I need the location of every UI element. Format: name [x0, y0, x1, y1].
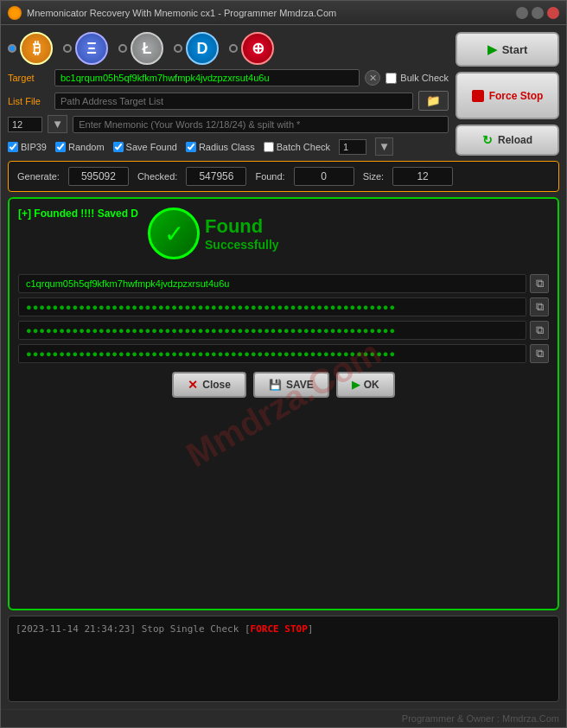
radio-btc[interactable]	[8, 44, 16, 53]
batch-number-input[interactable]	[339, 139, 366, 155]
crypto-item-eth[interactable]: Ξ	[63, 32, 108, 65]
random-label: Random	[68, 142, 105, 152]
left-controls: ₿ Ξ Ł D ⊕	[8, 32, 449, 156]
target-label: Target	[8, 73, 49, 83]
close-dialog-icon: ✕	[188, 378, 198, 392]
radius-class-label: Radius Class	[199, 142, 255, 152]
save-found-checkbox[interactable]	[113, 142, 124, 152]
stats-panel: Generate: 595092 Checked: 547956 Found: …	[8, 161, 559, 192]
crypto-item-dash[interactable]: D	[174, 32, 219, 65]
batch-check-option: Batch Check	[264, 142, 330, 152]
title-bar: Mnemonicator Recovery With Mnemonic cx1 …	[1, 1, 566, 25]
random-checkbox[interactable]	[55, 142, 66, 152]
app-icon	[8, 6, 22, 20]
batch-check-checkbox[interactable]	[264, 142, 274, 152]
found-text-block: Found Successfully	[205, 215, 279, 252]
minimize-button[interactable]: ─	[516, 7, 528, 19]
target-input[interactable]	[54, 69, 360, 86]
radius-class-option: Radius Class	[186, 142, 255, 152]
list-file-row: List File 📁	[8, 91, 449, 111]
copy-field3-button[interactable]: ⧉	[530, 321, 549, 340]
ltc-icon: Ł	[131, 32, 163, 65]
log-panel: [2023-11-14 21:34:23] Stop Single Check …	[8, 616, 559, 702]
log-entry: [2023-11-14 21:34:23] Stop Single Check …	[16, 623, 551, 635]
window-controls: ─ □ ✕	[516, 7, 559, 19]
radius-class-checkbox[interactable]	[186, 142, 196, 152]
ok-dialog-label: OK	[364, 379, 379, 391]
save-dialog-button[interactable]: 💾 SAVE	[253, 372, 329, 398]
clear-target-button[interactable]: ✕	[365, 70, 380, 86]
result-field-row-3: ●●●●●●●●●●●●●●●●●●●●●●●●●●●●●●●●●●●●●●●●…	[18, 321, 549, 340]
crypto-item-tron[interactable]: ⊕	[229, 32, 274, 65]
word-count-dropdown[interactable]: ▼	[48, 115, 67, 133]
start-button[interactable]: ▶ Start	[456, 32, 559, 67]
radio-ltc[interactable]	[118, 44, 127, 53]
batch-dropdown[interactable]: ▼	[375, 137, 393, 156]
found-sub-text: Successfully	[205, 238, 279, 252]
checkmark-icon: ✓	[148, 208, 200, 259]
log-force-stop: FORCE STOP	[251, 623, 308, 635]
found-label: Found:	[255, 171, 284, 182]
btc-icon: ₿	[20, 32, 53, 65]
list-file-label: List File	[8, 96, 49, 106]
bulk-check-container: Bulk Check	[385, 73, 449, 84]
batch-check-label: Batch Check	[277, 142, 330, 152]
reload-label: Reload	[498, 134, 532, 146]
close-button[interactable]: ✕	[547, 7, 559, 19]
bip39-option: BIP39	[8, 142, 47, 152]
found-value: 0	[294, 167, 354, 186]
size-label: Size:	[363, 171, 384, 182]
generate-label: Generate:	[17, 171, 60, 182]
found-badge: ✓ Found Successfully	[148, 208, 279, 259]
reload-button[interactable]: ↻ Reload	[456, 125, 559, 156]
bip39-checkbox[interactable]	[8, 142, 18, 152]
copy-address-button[interactable]: ⧉	[530, 274, 549, 293]
copy-field2-button[interactable]: ⧉	[530, 297, 549, 316]
start-label: Start	[502, 43, 528, 56]
result-header-text: [+] Founded !!!! Saved D	[18, 208, 549, 220]
save-dialog-icon: 💾	[269, 379, 282, 391]
dialog-actions: ✕ Close 💾 SAVE ▶ OK	[18, 372, 549, 398]
save-found-option: Save Found	[113, 142, 177, 152]
size-value: 12	[392, 167, 453, 186]
eth-icon: Ξ	[75, 32, 108, 65]
browse-folder-button[interactable]: 📁	[418, 91, 449, 111]
radio-tron[interactable]	[229, 44, 238, 53]
play-icon: ▶	[487, 42, 497, 56]
main-content: ₿ Ξ Ł D ⊕	[1, 25, 566, 709]
force-stop-button[interactable]: Force Stop	[456, 72, 559, 119]
footer: Programmer & Owner : Mmdrza.Com	[1, 709, 566, 727]
checked-label: Checked:	[137, 171, 177, 182]
close-dialog-button[interactable]: ✕ Close	[172, 372, 246, 398]
result-field-row-4: ●●●●●●●●●●●●●●●●●●●●●●●●●●●●●●●●●●●●●●●●…	[18, 344, 549, 363]
window-title: Mnemonicator Recovery With Mnemonic cx1 …	[27, 8, 516, 18]
footer-text: Programmer & Owner : Mmdrza.Com	[402, 713, 559, 724]
dash-icon: D	[186, 32, 219, 65]
bulk-check-label: Bulk Check	[400, 73, 449, 83]
tron-icon: ⊕	[241, 32, 274, 65]
random-option: Random	[55, 142, 105, 152]
word-count-input[interactable]	[8, 117, 42, 132]
ok-dialog-icon: ▶	[352, 379, 360, 391]
close-dialog-label: Close	[202, 379, 231, 391]
crypto-item-btc[interactable]: ₿	[8, 32, 53, 65]
generate-value: 595092	[68, 167, 129, 186]
result-field-2: ●●●●●●●●●●●●●●●●●●●●●●●●●●●●●●●●●●●●●●●●…	[18, 297, 526, 316]
list-file-input[interactable]	[54, 93, 413, 110]
top-section: ₿ Ξ Ł D ⊕	[8, 32, 559, 156]
radio-eth[interactable]	[63, 44, 72, 53]
result-field-4: ●●●●●●●●●●●●●●●●●●●●●●●●●●●●●●●●●●●●●●●●…	[18, 344, 526, 363]
crypto-item-ltc[interactable]: Ł	[118, 32, 163, 65]
radio-dash[interactable]	[174, 44, 182, 53]
options-row: BIP39 Random Save Found Radius Class	[8, 137, 449, 156]
reload-icon: ↻	[482, 133, 493, 147]
log-timestamp: [2023-11-14 21:34:23] Stop Single Check …	[16, 623, 251, 635]
bulk-check-checkbox[interactable]	[385, 73, 397, 84]
mnemonic-input[interactable]	[73, 116, 449, 133]
maximize-button[interactable]: □	[532, 7, 544, 19]
copy-field4-button[interactable]: ⧉	[530, 344, 549, 363]
target-row: Target ✕ Bulk Check	[8, 69, 449, 86]
result-field-row-2: ●●●●●●●●●●●●●●●●●●●●●●●●●●●●●●●●●●●●●●●●…	[18, 297, 549, 316]
ok-dialog-button[interactable]: ▶ OK	[336, 372, 395, 398]
result-field-3: ●●●●●●●●●●●●●●●●●●●●●●●●●●●●●●●●●●●●●●●●…	[18, 321, 526, 340]
